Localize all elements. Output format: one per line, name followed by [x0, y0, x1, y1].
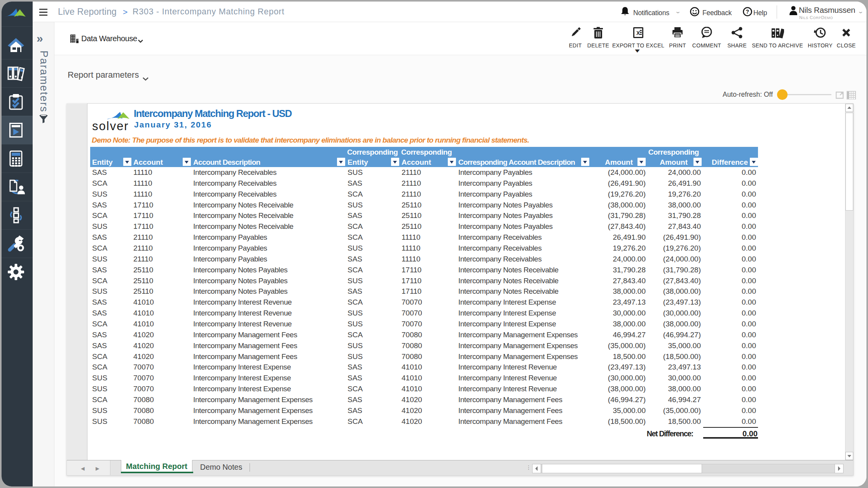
svg-text:X: X: [636, 30, 640, 36]
svg-text:?: ?: [746, 9, 749, 15]
